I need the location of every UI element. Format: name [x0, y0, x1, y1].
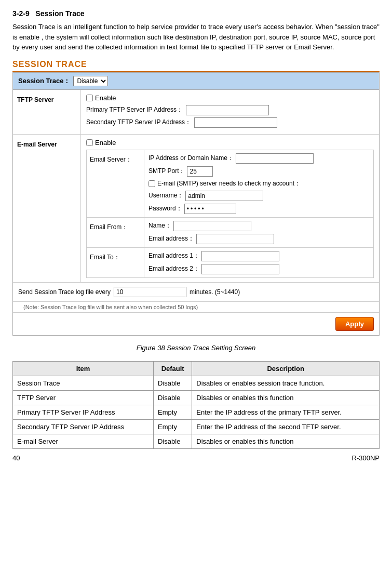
name-row: Name： — [148, 221, 369, 231]
section-title-text: Session Trace — [35, 9, 84, 18]
table-cell-default: Empty — [154, 419, 192, 434]
ip-domain-input[interactable] — [236, 153, 314, 164]
send-log-input[interactable] — [114, 287, 186, 297]
password-row: Password： — [148, 204, 369, 214]
section-number: 3-2-9 — [12, 9, 30, 18]
email-server-sub-row: Email Server： IP Address or Domain Name：… — [87, 150, 373, 218]
table-row: Secondary TFTP Server IP AddressEmptyEnt… — [13, 419, 380, 434]
tftp-server-row: TFTP Server Enable Primary TFTP Server I… — [13, 90, 379, 135]
tftp-server-content: Enable Primary TFTP Server IP Address： S… — [80, 90, 379, 134]
email-address-row: Email address： — [148, 234, 369, 244]
table-cell-description: Enter the IP address of the second TFTP … — [192, 419, 380, 434]
send-log-suffix: minutes. (5~1440) — [190, 288, 240, 296]
primary-tftp-label: Primary TFTP Server IP Address： — [86, 105, 183, 114]
table-cell-default: Disable — [154, 390, 192, 405]
table-cell-description: Disables or enables this function — [192, 390, 380, 405]
table-header-row: Item Default Description — [13, 361, 380, 376]
email-enable-checkbox[interactable] — [86, 139, 93, 146]
email-address2-input[interactable] — [201, 264, 279, 274]
col-item: Item — [13, 361, 154, 376]
email-server-inner: Email Server： IP Address or Domain Name：… — [86, 150, 374, 278]
email-server-sub-label: Email Server： — [87, 150, 144, 217]
primary-tftp-row: Primary TFTP Server IP Address： — [86, 105, 374, 115]
email-to-sub-row: Email To： Email address 1： Email address… — [87, 248, 373, 277]
section-title-bar: SESSION TRACE — [12, 60, 380, 72]
email-from-fields: Name： Email address： — [144, 218, 373, 247]
table-cell-item: Secondary TFTP Server IP Address — [13, 419, 154, 434]
table-cell-description: Disables or enables session trace functi… — [192, 376, 380, 390]
smtp-port-row: SMTP Port： — [148, 166, 369, 177]
model-name: R-300NP — [352, 454, 380, 462]
intro-paragraph: Session Trace is an intelligent function… — [12, 22, 380, 52]
tftp-enable-checkbox[interactable] — [86, 95, 93, 101]
password-label: Password： — [148, 204, 182, 213]
primary-tftp-input[interactable] — [186, 105, 269, 115]
table-cell-item: E-mail Server — [13, 434, 154, 448]
username-label: Username： — [148, 191, 183, 200]
smtp-check-label: E-mail (SMTP) server needs to check my a… — [157, 179, 301, 188]
table-cell-item: Primary TFTP Server IP Address — [13, 405, 154, 419]
email-address1-label: Email address 1： — [148, 251, 199, 260]
table-row: E-mail ServerDisableDisables or enables … — [13, 434, 380, 448]
table-cell-description: Disables or enables this function — [192, 434, 380, 448]
table-cell-default: Disable — [154, 376, 192, 390]
email-address1-row: Email address 1： — [148, 251, 369, 261]
tftp-enable-row: Enable — [86, 94, 374, 102]
apply-row: Apply — [13, 313, 379, 335]
info-table: Item Default Description Session TraceDi… — [12, 361, 380, 449]
figure-caption: Figure 38 Session Trace Setting Screen — [12, 344, 380, 352]
session-trace-header-label: Session Trace： — [18, 76, 70, 86]
name-input[interactable] — [173, 221, 251, 231]
table-row: Primary TFTP Server IP AddressEmptyEnter… — [13, 405, 380, 419]
password-input[interactable] — [184, 204, 236, 214]
secondary-tftp-input[interactable] — [194, 117, 277, 128]
session-trace-select[interactable]: Disable Enable — [73, 76, 108, 86]
smtp-check-checkbox[interactable] — [148, 180, 155, 187]
name-label: Name： — [148, 221, 171, 230]
email-address-input[interactable] — [196, 234, 274, 244]
table-cell-default: Empty — [154, 405, 192, 419]
email-enable-label: Enable — [95, 139, 116, 147]
page-footer: 40 R-300NP — [12, 454, 380, 462]
secondary-tftp-label: Secondary TFTP Server IP Address： — [86, 118, 191, 127]
email-enable-row: Enable — [86, 139, 374, 147]
email-server-row: E-mail Server Enable Email Server： IP Ad… — [13, 135, 379, 283]
tftp-server-label: TFTP Server — [13, 90, 80, 134]
session-trace-header: Session Trace： Disable Enable — [13, 73, 379, 89]
section-heading: 3-2-9 Session Trace — [12, 9, 380, 18]
col-default: Default — [154, 361, 192, 376]
email-server-fields: IP Address or Domain Name： SMTP Port： E-… — [144, 150, 373, 217]
ip-domain-row: IP Address or Domain Name： — [148, 153, 369, 164]
tftp-enable-label: Enable — [95, 94, 116, 102]
table-cell-description: Enter the IP address of the primary TFTP… — [192, 405, 380, 419]
table-cell-item: TFTP Server — [13, 390, 154, 405]
username-input[interactable] — [185, 191, 263, 201]
smtp-check-row: E-mail (SMTP) server needs to check my a… — [148, 179, 369, 188]
email-from-sub-row: Email From： Name： Email address： — [87, 218, 373, 248]
table-row: Session TraceDisableDisables or enables … — [13, 376, 380, 390]
note-text: (Note: Session Trace log file will be se… — [23, 304, 198, 310]
note-row: (Note: Session Trace log file will be se… — [13, 302, 379, 313]
send-log-row: Send Session Trace log file every minute… — [13, 283, 379, 302]
table-row: TFTP ServerDisableDisables or enables th… — [13, 390, 380, 405]
session-trace-form: Session Trace： Disable Enable TFTP Serve… — [12, 72, 380, 336]
username-row: Username： — [148, 191, 369, 201]
email-server-label: E-mail Server — [13, 135, 80, 282]
email-to-fields: Email address 1： Email address 2： — [144, 248, 373, 277]
email-address2-label: Email address 2： — [148, 264, 199, 273]
email-address2-row: Email address 2： — [148, 264, 369, 274]
send-log-prefix: Send Session Trace log file every — [18, 288, 111, 296]
page-number: 40 — [12, 454, 20, 462]
secondary-tftp-row: Secondary TFTP Server IP Address： — [86, 117, 374, 128]
form-body: TFTP Server Enable Primary TFTP Server I… — [13, 89, 379, 335]
col-description: Description — [192, 361, 380, 376]
email-address-label: Email address： — [148, 234, 194, 243]
smtp-port-input[interactable] — [187, 166, 213, 177]
email-to-label: Email To： — [87, 248, 144, 277]
email-address1-input[interactable] — [201, 251, 279, 261]
smtp-port-label: SMTP Port： — [148, 167, 185, 176]
ip-domain-label: IP Address or Domain Name： — [148, 154, 234, 163]
table-cell-default: Disable — [154, 434, 192, 448]
apply-button[interactable]: Apply — [335, 317, 374, 331]
email-from-label: Email From： — [87, 218, 144, 247]
